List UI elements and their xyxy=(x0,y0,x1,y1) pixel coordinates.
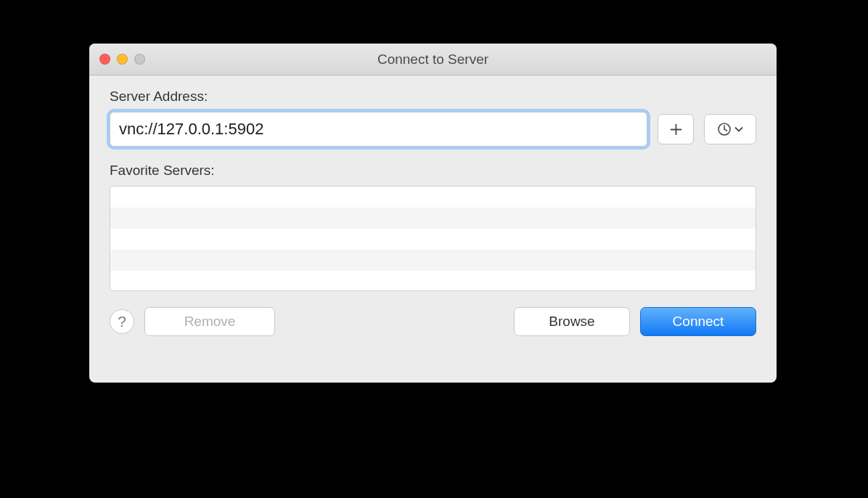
minimize-window-button[interactable] xyxy=(117,54,128,65)
window-title: Connect to Server xyxy=(89,52,777,68)
clock-icon xyxy=(717,122,732,136)
window-titlebar: Connect to Server xyxy=(89,44,777,75)
list-item xyxy=(110,208,756,229)
server-address-input[interactable] xyxy=(119,120,638,139)
help-button[interactable]: ? xyxy=(110,309,134,334)
window-content: Server Address: Favorite Se xyxy=(89,75,777,351)
browse-button[interactable]: Browse xyxy=(514,307,630,336)
maximize-window-button[interactable] xyxy=(134,54,145,65)
list-item xyxy=(110,229,756,250)
favorite-servers-list[interactable] xyxy=(110,186,756,291)
chevron-down-icon xyxy=(734,126,743,132)
history-dropdown-button[interactable] xyxy=(704,114,756,144)
plus-icon xyxy=(669,123,683,136)
list-item xyxy=(110,271,756,291)
list-item xyxy=(110,250,756,271)
connect-button[interactable]: Connect xyxy=(640,307,756,336)
connect-to-server-window: Connect to Server Server Address: xyxy=(89,44,777,383)
server-address-row xyxy=(110,112,756,147)
server-address-label: Server Address: xyxy=(110,89,756,105)
add-favorite-button[interactable] xyxy=(658,114,694,144)
footer-buttons: ? Remove Browse Connect xyxy=(110,307,756,336)
close-window-button[interactable] xyxy=(99,54,110,65)
server-address-input-wrap xyxy=(110,112,647,147)
traffic-lights xyxy=(89,54,145,65)
remove-button: Remove xyxy=(144,307,275,336)
list-item xyxy=(110,187,756,208)
favorite-servers-label: Favorite Servers: xyxy=(110,163,756,179)
